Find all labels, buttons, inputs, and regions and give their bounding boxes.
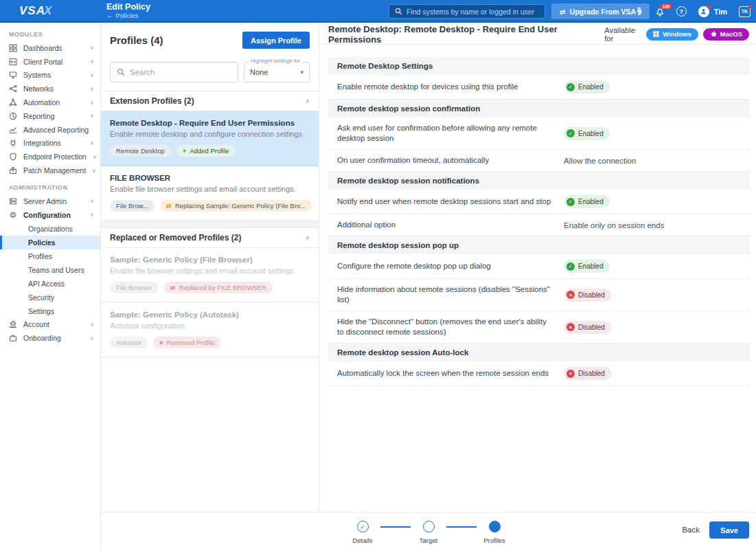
chevron-down-icon: ∨ (90, 113, 94, 119)
step-target[interactable]: Target (411, 521, 446, 544)
status-badge-enabled: ✓Enabled (564, 127, 610, 140)
modules-section-label: MODULES (9, 31, 100, 38)
setting-label: Hide information about remote sessions (… (337, 284, 564, 305)
setting-label: Additional option (337, 220, 564, 230)
notifications-bell-icon[interactable]: 139 (655, 7, 665, 16)
setting-row: On user confirmation timeout, automatica… (328, 150, 750, 172)
vsa-logo-text: VSA (19, 4, 45, 18)
sidebar-item-networks[interactable]: Networks ∨ (0, 82, 100, 95)
save-button[interactable]: Save (709, 521, 749, 539)
sidebar-item-integrations[interactable]: Integrations ∨ (0, 137, 100, 150)
settings-title: Remote Desktop: Remote Desktop - Require… (328, 24, 604, 45)
profiles-panel-title: Profiles (4) (110, 34, 163, 46)
endpoint-protection-icon (9, 153, 17, 161)
dropdown-arrow-icon: ▾ (300, 69, 303, 76)
profile-card-desc: Enable file browser settings and email a… (110, 267, 310, 276)
profiles-search[interactable] (110, 62, 238, 82)
section-gap (101, 221, 319, 227)
breadcrumb[interactable]: ← Policies (106, 12, 150, 19)
extension-profiles-header[interactable]: Extension Profiles (2) ∧ (101, 91, 319, 111)
tk-app-icon[interactable]: TK (739, 6, 751, 17)
highlight-settings-value: None (250, 68, 268, 76)
user-name: Tim (714, 8, 727, 16)
user-avatar[interactable] (698, 6, 709, 17)
replaced-removed-profiles-header[interactable]: Replaced or Removed Profiles (2) ∧ (101, 227, 319, 248)
sidebar-item-teams-and-users[interactable]: Teams and Users (0, 263, 100, 277)
global-search[interactable] (389, 4, 545, 19)
profile-card-desc: Enable file browser settings and email a… (110, 185, 310, 194)
help-icon[interactable]: ? (676, 6, 687, 16)
sidebar-item-configuration[interactable]: ⚙ Configuration ∧ (0, 208, 100, 222)
sidebar-item-policies[interactable]: Policies (0, 236, 100, 249)
chevron-up-icon: ∧ (305, 234, 310, 241)
sidebar-item-organizations[interactable]: Organizations (0, 222, 100, 236)
sidebar-item-onboarding[interactable]: Onboarding ∨ (0, 331, 100, 345)
assign-profile-button[interactable]: Assign Profile (242, 32, 310, 49)
sidebar-item-dashboards[interactable]: Dashboards ∨ (0, 41, 100, 55)
step-profiles-circle (489, 521, 501, 532)
status-badge-enabled: ✓Enabled (564, 195, 610, 208)
setting-label: Hide the "Disconnect" button (removes th… (337, 317, 564, 337)
setting-row: Notify end user when remote desktop sess… (328, 190, 750, 214)
highlight-settings-select[interactable]: Highlight settings for None ▾ (244, 62, 310, 82)
sidebar-item-reporting[interactable]: Reporting ∨ (0, 109, 100, 123)
status-badge-disabled: ×Disabled (564, 367, 611, 380)
step-details[interactable]: ✓ Details (345, 521, 380, 544)
vsa-logo-x: X (44, 4, 51, 18)
sidebar-item-client-portal[interactable]: Client Portal ∨ (0, 55, 100, 69)
vsa-logo[interactable]: VSAX (0, 4, 101, 18)
sidebar-item-endpoint-protection[interactable]: Endpoint Protection ∨ (0, 150, 100, 164)
plus-icon: + (183, 147, 187, 155)
top-header: VSAX Edit Policy ← Policies ⇄ Upgrade Fr… (0, 0, 756, 23)
dashboards-icon (9, 44, 17, 52)
reporting-icon (9, 112, 17, 120)
sidebar-item-settings[interactable]: Settings (0, 304, 100, 318)
profile-card-title: Remote Desktop - Require End User Permis… (110, 118, 310, 128)
step-profiles[interactable]: Profiles (477, 521, 512, 544)
check-circle-icon: ✓ (566, 198, 575, 206)
search-icon (395, 8, 402, 15)
sidebar-item-patch-management[interactable]: Patch Management ∨ (0, 164, 100, 177)
setting-row: Configure the remote desktop pop up dial… (328, 254, 750, 279)
profile-card-remote-desktop[interactable]: Remote Desktop - Require End User Permis… (101, 111, 319, 166)
wizard-stepper: ✓ Details Target Profiles (345, 521, 512, 544)
back-button[interactable]: Back (682, 526, 700, 534)
macos-platform-badge[interactable]: MacOS (703, 28, 749, 41)
chevron-down-icon: ∨ (93, 154, 97, 160)
global-search-input[interactable] (406, 8, 539, 16)
profile-card-title: FILE BROWSER (110, 173, 310, 183)
breadcrumb-label: Policies (116, 12, 139, 19)
sidebar-item-advanced-reporting[interactable]: Advanced Reporting (0, 123, 100, 137)
stepper-connector (380, 526, 411, 528)
sidebar-item-profiles[interactable]: Profiles (0, 249, 100, 263)
sidebar-item-server-admin[interactable]: Server Admin ∨ (0, 194, 100, 208)
sidebar-item-security[interactable]: Security (0, 291, 100, 304)
section-header: Remote desktop session pop up (328, 236, 750, 254)
status-badge-disabled: ×Disabled (564, 321, 611, 334)
chevron-down-icon: ∨ (90, 72, 94, 78)
check-circle-icon: ✓ (566, 262, 575, 271)
apple-icon (710, 30, 717, 38)
sidebar-item-account[interactable]: Account ∨ (0, 318, 100, 332)
swap-arrows-icon: ⇄ (166, 202, 172, 210)
chevron-down-icon: ∨ (90, 45, 94, 51)
sidebar-item-automation[interactable]: Automation ∨ (0, 95, 100, 109)
profile-card-file-browser[interactable]: FILE BROWSER Enable file browser setting… (101, 166, 319, 221)
added-profile-badge: +Added Profile (176, 145, 236, 157)
pin-icon[interactable] (634, 7, 643, 16)
windows-platform-badge[interactable]: Windows (646, 28, 698, 41)
setting-row: Enable remote desktop for devices using … (328, 75, 750, 100)
sidebar-item-systems[interactable]: Systems ∨ (0, 69, 100, 82)
sidebar-item-api-access[interactable]: API Access (0, 277, 100, 291)
administration-section-label: ADMINISTRATION (9, 184, 100, 191)
cross-circle-icon: × (566, 370, 575, 378)
removed-profile-badge: ×Removed Profile (153, 337, 221, 348)
automation-icon (9, 98, 17, 106)
profiles-search-input[interactable] (130, 68, 231, 76)
profile-card-sample-file-browser[interactable]: Sample: Generic Policy (File Browser) En… (101, 248, 319, 303)
profile-card-sample-autotask[interactable]: Sample: Generic Policy (Autotask) Autota… (101, 303, 319, 358)
setting-value-text: Enable only on session ends (564, 221, 664, 229)
chevron-down-icon: ∨ (90, 58, 94, 65)
setting-label: Configure the remote desktop pop up dial… (337, 261, 564, 271)
setting-value-text: Allow the connection (564, 157, 636, 165)
